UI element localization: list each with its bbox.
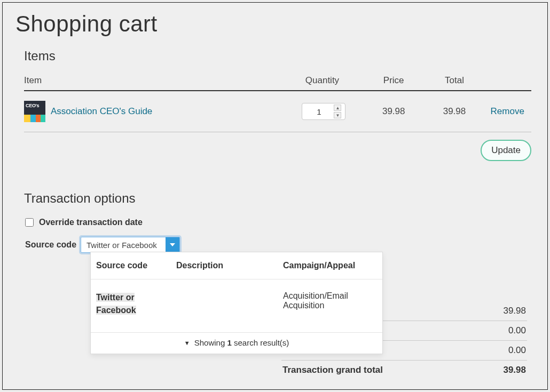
col-header-remove	[483, 70, 531, 91]
source-code-combo[interactable]	[81, 237, 180, 253]
dropdown-footer-suffix: search result(s)	[232, 338, 289, 347]
product-thumbnail	[24, 101, 45, 122]
transaction-options-title: Transaction options	[24, 191, 536, 206]
stepper-up-icon[interactable]: ▲	[334, 105, 341, 111]
caret-down-icon: ▼	[184, 340, 190, 346]
items-section-title: Items	[24, 49, 536, 63]
grand-total-value: 39.98	[503, 365, 526, 375]
source-code-dropdown-panel: Source code Description Campaign/Appeal …	[90, 252, 383, 354]
totals-line-value: 0.00	[508, 345, 526, 356]
update-button[interactable]: Update	[481, 140, 531, 161]
source-code-label: Source code	[25, 240, 76, 250]
dropdown-header-description: Description	[176, 261, 283, 270]
items-table: Item Quantity Price Total Association CE…	[24, 70, 531, 132]
dropdown-footer-prefix: Showing	[194, 338, 227, 347]
cell-price: 39.98	[362, 91, 426, 132]
quantity-stepper[interactable]: ▲ ▼	[334, 104, 342, 119]
col-header-total: Total	[426, 70, 484, 91]
dropdown-header-campaign: Campaign/Appeal	[283, 261, 377, 270]
dropdown-footer-count: 1	[227, 338, 231, 347]
col-header-price: Price	[362, 70, 426, 91]
override-date-checkbox[interactable]	[25, 218, 34, 227]
stepper-down-icon[interactable]: ▼	[334, 112, 341, 118]
dropdown-header-source-code: Source code	[96, 261, 176, 270]
totals-line-value: 0.00	[508, 325, 526, 336]
source-code-dropdown-button[interactable]	[166, 237, 179, 252]
remove-link[interactable]: Remove	[491, 106, 524, 116]
cell-total: 39.98	[426, 91, 484, 132]
dropdown-cell-description	[176, 291, 283, 317]
dropdown-footer: ▼ Showing 1 search result(s)	[91, 333, 382, 354]
source-code-input[interactable]	[81, 237, 166, 252]
override-date-row[interactable]: Override transaction date	[25, 218, 536, 227]
chevron-down-icon	[170, 242, 175, 247]
table-row: Association CEO's Guide ▲ ▼ 39.98 39.98	[24, 91, 531, 132]
col-header-item: Item	[24, 70, 282, 91]
totals-line-value: 39.98	[503, 306, 526, 316]
dropdown-cell-source-code: Twitter or Facebook	[96, 293, 136, 315]
product-link[interactable]: Association CEO's Guide	[51, 106, 152, 117]
override-date-label: Override transaction date	[39, 218, 143, 227]
page-title: Shopping cart	[15, 11, 536, 37]
grand-total-label: Transaction grand total	[282, 365, 383, 375]
dropdown-cell-campaign: Acquisition/Email Acquisition	[283, 291, 377, 317]
col-header-quantity: Quantity	[282, 70, 362, 91]
dropdown-result-row[interactable]: Twitter or Facebook Acquisition/Email Ac…	[91, 279, 382, 333]
